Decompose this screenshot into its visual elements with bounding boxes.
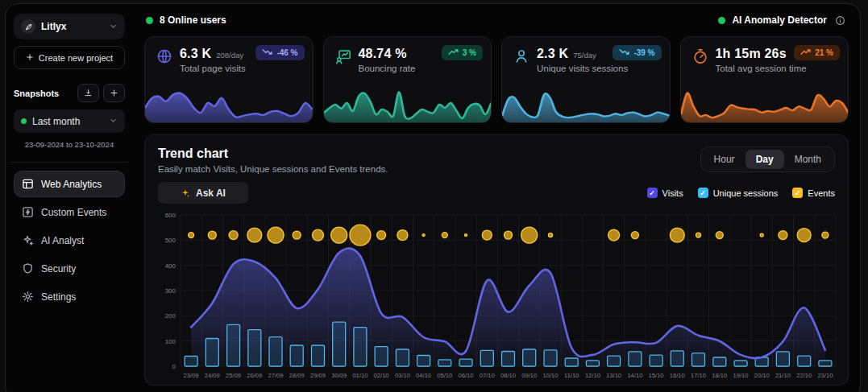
sidebar-item-label: Web Analytics [41, 179, 102, 190]
events-bubble[interactable] [631, 232, 638, 239]
unique-sessions-bar[interactable] [185, 357, 197, 367]
unique-sessions-bar[interactable] [290, 345, 303, 366]
unique-sessions-bar[interactable] [480, 350, 493, 366]
unique-sessions-bar[interactable] [734, 361, 747, 366]
unique-sessions-bar[interactable] [776, 352, 789, 366]
unique-sessions-bar[interactable] [312, 345, 325, 366]
unique-sessions-bar[interactable] [354, 328, 367, 366]
unique-sessions-bar[interactable] [417, 356, 430, 367]
events-bubble[interactable] [350, 225, 371, 246]
online-users: 8 Online users [146, 14, 226, 26]
trend-badge: 21 % [794, 45, 840, 60]
stat-card-total-avg-session-time: 1h 15m 26s Total avg session time 21 % [680, 36, 849, 123]
legend-checkbox[interactable]: ✓ [698, 188, 708, 198]
ask-ai-button[interactable]: Ask AI [158, 182, 248, 204]
unique-sessions-bar[interactable] [248, 330, 261, 366]
unique-sessions-bar[interactable] [650, 355, 662, 366]
events-bubble[interactable] [779, 231, 787, 240]
events-bubble[interactable] [397, 230, 408, 241]
svg-text:29/09: 29/09 [310, 372, 326, 379]
sidebar-item-security[interactable]: Security [14, 255, 125, 282]
unique-sessions-bar[interactable] [819, 361, 832, 366]
legend-item-unique-sessions[interactable]: ✓ Unique sessions [698, 188, 779, 198]
sidebar-item-custom-events[interactable]: Custom Events [14, 199, 125, 225]
trend-badge: -46 % [255, 45, 304, 60]
events-bubble[interactable] [247, 228, 262, 242]
granularity-day-button[interactable]: Day [745, 150, 784, 169]
events-bubble[interactable] [608, 229, 620, 241]
unique-sessions-bar[interactable] [692, 353, 705, 366]
events-bubble[interactable] [189, 233, 194, 238]
online-users-label: 8 Online users [160, 14, 226, 26]
events-bubble[interactable] [696, 233, 701, 237]
sparkline-chart [502, 85, 670, 122]
events-bubble[interactable] [268, 227, 284, 243]
snapshot-add-button[interactable] [103, 84, 125, 102]
events-bubble[interactable] [331, 227, 347, 243]
events-bubble[interactable] [208, 231, 216, 239]
unique-sessions-bar[interactable] [333, 322, 346, 366]
unique-sessions-bar[interactable] [544, 350, 557, 366]
unique-sessions-bar[interactable] [798, 356, 811, 366]
unique-sessions-bar[interactable] [608, 356, 621, 366]
svg-text:07/10: 07/10 [480, 372, 495, 379]
ai-anomaly-detector[interactable]: AI Anomaly Detector [718, 14, 845, 26]
legend-item-visits[interactable]: ✓ Visits [647, 188, 683, 198]
events-bubble[interactable] [822, 232, 829, 238]
svg-text:500: 500 [165, 237, 177, 244]
events-bubble[interactable] [716, 232, 723, 239]
unique-sessions-bar[interactable] [565, 358, 578, 366]
sidebar-item-ai-analyst[interactable]: AI Analyst [14, 227, 125, 254]
project-selector[interactable]: Litlyx [14, 14, 125, 39]
events-bubble[interactable] [482, 230, 492, 240]
unique-sessions-bar[interactable] [671, 351, 683, 366]
unique-sessions-bar[interactable] [269, 337, 282, 366]
sidebar-nav: Web Analytics Custom Events AI Analyst S… [14, 171, 125, 312]
sparkline-chart [324, 85, 492, 122]
unique-sessions-bar[interactable] [502, 352, 515, 367]
unique-sessions-bar[interactable] [629, 352, 642, 366]
events-bubble[interactable] [549, 233, 553, 237]
info-icon[interactable] [835, 15, 845, 26]
legend-item-events[interactable]: ✓ Events [792, 188, 835, 198]
legend-checkbox[interactable]: ✓ [792, 188, 803, 198]
granularity-hour-button[interactable]: Hour [704, 150, 745, 169]
ai-sparkles-icon [22, 234, 34, 246]
events-bubble[interactable] [505, 231, 513, 239]
stat-rate: 75/day [573, 51, 596, 60]
events-bubble[interactable] [442, 233, 447, 238]
sidebar-item-settings[interactable]: Settings [14, 283, 125, 310]
events-bubble[interactable] [377, 231, 386, 240]
events-bubble[interactable] [797, 229, 811, 242]
ask-ai-label: Ask AI [196, 188, 226, 199]
events-bubble[interactable] [313, 229, 324, 241]
unique-sessions-bar[interactable] [523, 349, 536, 366]
events-bubble[interactable] [422, 234, 425, 237]
snapshot-download-button[interactable] [77, 84, 99, 102]
events-bubble[interactable] [293, 231, 301, 239]
legend-checkbox[interactable]: ✓ [647, 188, 658, 198]
unique-sessions-bar[interactable] [227, 324, 240, 366]
sidebar-item-web-analytics[interactable]: Web Analytics [14, 171, 125, 197]
chevron-down-icon [109, 116, 118, 127]
granularity-month-button[interactable]: Month [784, 150, 832, 169]
events-bubble[interactable] [521, 227, 538, 243]
events-bubble[interactable] [760, 233, 763, 237]
events-bubble[interactable] [229, 231, 238, 240]
unique-sessions-bar[interactable] [396, 349, 409, 366]
unique-sessions-bar[interactable] [438, 360, 451, 366]
unique-sessions-bar[interactable] [459, 359, 472, 366]
svg-text:200: 200 [165, 312, 177, 320]
unique-sessions-bar[interactable] [206, 339, 218, 367]
legend-label: Events [808, 188, 835, 198]
unique-sessions-bar[interactable] [713, 357, 726, 366]
download-icon [84, 89, 93, 97]
events-bubble[interactable] [670, 228, 684, 242]
snapshot-period-select[interactable]: Last month [14, 109, 125, 133]
web-analytics-icon [22, 178, 34, 190]
stat-label: Total avg session time [716, 64, 807, 73]
events-bubble[interactable] [465, 234, 467, 237]
unique-sessions-bar[interactable] [375, 347, 388, 366]
create-project-button[interactable]: Create new project [14, 46, 125, 69]
unique-sessions-bar[interactable] [586, 361, 599, 366]
